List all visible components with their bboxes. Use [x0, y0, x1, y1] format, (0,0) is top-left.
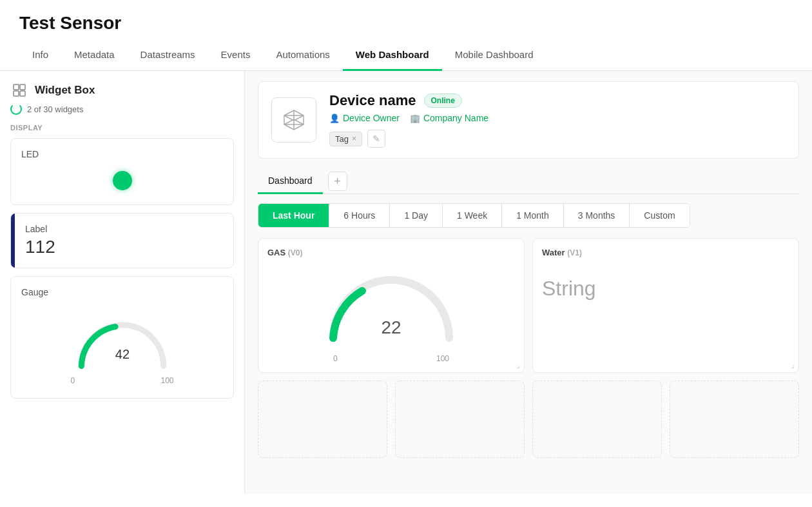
widget-grid: GAS (V0) 22 0 100 — [258, 238, 799, 458]
device-meta-row: 👤 Device Owner 🏢 Company Name — [329, 113, 786, 123]
tag-text: Tag — [335, 134, 349, 144]
building-icon: 🏢 — [410, 114, 420, 123]
tags-row: Tag × ✎ — [329, 130, 786, 148]
svg-text:22: 22 — [381, 317, 401, 337]
right-panel: Device name Online 👤 Device Owner 🏢 Comp… — [245, 71, 812, 494]
gauge-container: 42 0 100 — [21, 305, 223, 388]
gauge-widget-name: Gauge — [21, 287, 223, 297]
gauge-svg: 42 — [64, 310, 180, 375]
plus-icon: + — [334, 175, 341, 188]
time-btn-last-hour[interactable]: Last Hour — [258, 204, 329, 227]
empty-widget-4 — [670, 381, 799, 458]
time-btn-6-hours[interactable]: 6 Hours — [329, 204, 390, 227]
led-widget-name: LED — [21, 149, 223, 159]
svg-rect-1 — [20, 84, 25, 90]
water-widget-resize[interactable]: ⌟ — [791, 361, 795, 370]
display-label: DISPLAY — [10, 124, 234, 132]
nav-item-metadata[interactable]: Metadata — [61, 40, 128, 71]
time-btn-3-months[interactable]: 3 Months — [564, 204, 630, 227]
led-widget[interactable]: LED — [10, 138, 234, 205]
pencil-icon: ✎ — [372, 134, 380, 144]
device-owner-text: Device Owner — [343, 113, 400, 123]
page-title: Test Sensor — [0, 0, 812, 40]
gas-widget-resize[interactable]: ⌟ — [516, 361, 520, 370]
device-name-row: Device name Online — [329, 92, 786, 109]
gas-gauge-max: 100 — [436, 354, 449, 363]
gas-gauge-container: 22 0 100 — [267, 264, 515, 363]
label-content: Label 112 — [15, 214, 66, 268]
top-navigation: Info Metadata Datastreams Events Automat… — [0, 40, 812, 71]
tag-badge: Tag × — [329, 132, 362, 146]
time-btn-1-month[interactable]: 1 Month — [502, 204, 564, 227]
nav-item-mobile-dashboard[interactable]: Mobile Dashboard — [442, 40, 546, 71]
online-badge: Online — [424, 94, 462, 108]
time-btn-custom[interactable]: Custom — [630, 204, 689, 227]
label-widget[interactable]: Label 112 — [10, 213, 234, 268]
dashboard-tab[interactable]: Dashboard — [258, 169, 323, 194]
widget-count-text: 2 of 30 widgets — [27, 104, 83, 114]
gauge-labels: 0 100 — [71, 376, 174, 385]
gas-gauge-labels: 0 100 — [333, 354, 449, 363]
gas-gauge-svg: 22 — [314, 264, 469, 354]
device-icon-box — [271, 97, 316, 143]
device-company-text: Company Name — [423, 113, 488, 123]
empty-widget-3 — [532, 381, 662, 458]
empty-widget-2 — [395, 381, 525, 458]
device-info-card: Device name Online 👤 Device Owner 🏢 Comp… — [258, 81, 799, 159]
widget-sidebar: Widget Box 2 of 30 widgets DISPLAY LED L… — [0, 71, 245, 494]
tag-edit-button[interactable]: ✎ — [367, 130, 385, 148]
device-owner-link[interactable]: 👤 Device Owner — [329, 113, 400, 123]
water-widget-subtitle: (V1) — [567, 248, 582, 257]
gas-gauge-min: 0 — [333, 354, 338, 363]
time-btn-1-week[interactable]: 1 Week — [443, 204, 502, 227]
gas-widget-subtitle: (V0) — [288, 248, 303, 257]
widget-count-row: 2 of 30 widgets — [10, 103, 234, 115]
gauge-max: 100 — [160, 376, 173, 385]
time-btn-1-day[interactable]: 1 Day — [390, 204, 443, 227]
led-dot — [113, 171, 132, 190]
device-company-link[interactable]: 🏢 Company Name — [410, 113, 488, 123]
water-widget-value: String — [542, 264, 789, 313]
label-widget-value: 112 — [25, 237, 55, 257]
gauge-min: 0 — [71, 376, 75, 385]
label-widget-name: Label — [25, 224, 55, 234]
device-name: Device name — [329, 92, 416, 109]
nav-item-datastreams[interactable]: Datastreams — [128, 40, 208, 71]
device-details: Device name Online 👤 Device Owner 🏢 Comp… — [329, 92, 786, 148]
led-container — [21, 167, 223, 194]
time-range-row: Last Hour 6 Hours 1 Day 1 Week 1 Month 3… — [258, 203, 690, 228]
water-widget-title: Water (V1) — [542, 248, 789, 257]
widget-box-header: Widget Box — [10, 81, 234, 99]
widget-box-title: Widget Box — [35, 84, 95, 97]
gauge-widget[interactable]: Gauge 42 0 100 — [10, 276, 234, 399]
water-widget[interactable]: Water (V1) String ⌟ — [532, 238, 799, 373]
nav-item-web-dashboard[interactable]: Web Dashboard — [343, 40, 442, 71]
svg-rect-0 — [14, 84, 19, 90]
nav-item-automations[interactable]: Automations — [263, 40, 342, 71]
svg-rect-2 — [14, 91, 19, 96]
svg-text:42: 42 — [115, 347, 129, 361]
gas-widget[interactable]: GAS (V0) 22 0 100 — [258, 238, 525, 373]
gas-widget-title: GAS (V0) — [267, 248, 515, 257]
user-icon: 👤 — [329, 114, 340, 123]
tag-remove-button[interactable]: × — [352, 134, 356, 143]
nav-item-info[interactable]: Info — [19, 40, 61, 71]
widget-count-icon — [10, 103, 22, 115]
widget-box-icon — [10, 81, 28, 99]
dashboard-tabs-row: Dashboard + — [258, 169, 799, 194]
dashboard-add-tab-button[interactable]: + — [328, 172, 347, 191]
svg-rect-3 — [20, 91, 25, 96]
empty-widget-1 — [258, 381, 387, 458]
main-content: Widget Box 2 of 30 widgets DISPLAY LED L… — [0, 71, 812, 494]
nav-item-events[interactable]: Events — [208, 40, 264, 71]
